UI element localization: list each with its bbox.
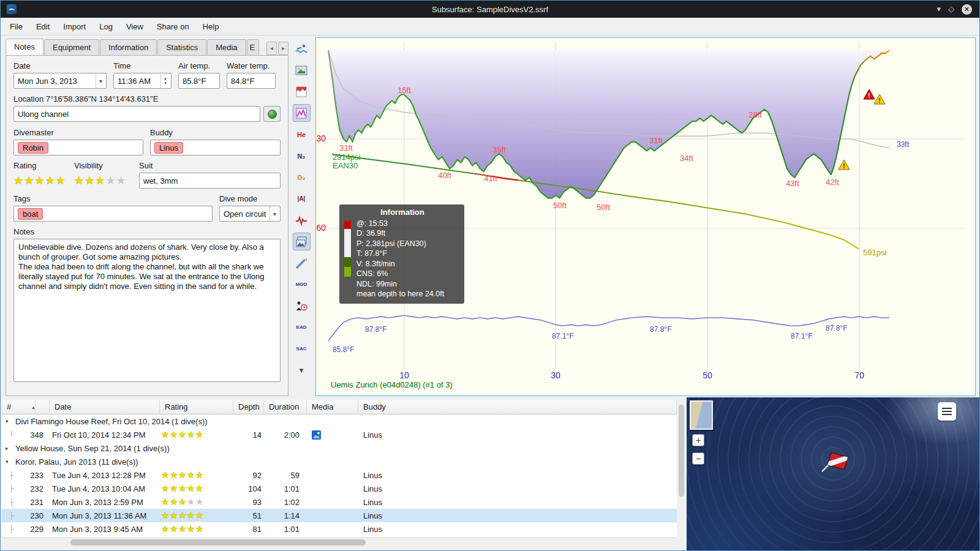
minimize-button[interactable]: ▾ [937, 4, 941, 14]
column-header-duration[interactable]: Duration [264, 400, 307, 414]
tab-e[interactable]: E [247, 39, 259, 55]
scrollbar-thumb[interactable] [70, 539, 366, 545]
rating-stars[interactable]: ★★★★★ [13, 173, 67, 189]
close-button[interactable]: × [962, 4, 972, 15]
menu-import[interactable]: Import [56, 19, 92, 34]
ruler-icon[interactable] [293, 254, 311, 272]
notes-textarea[interactable]: Unbelievable dive. Dozens and dozens of … [13, 239, 281, 382]
svg-text:EAN30: EAN30 [333, 161, 358, 170]
divemaster-field[interactable]: Robin [13, 140, 143, 156]
chevron-down-icon[interactable]: ▾ [6, 459, 14, 465]
pp-he-icon[interactable]: He [293, 126, 311, 143]
dive-row[interactable]: ├231Mon Jun 3, 2013 2:59 PM★★★★★931:02Li… [2, 495, 677, 509]
trip-row[interactable]: ▾Koror, Palau, Jun 2013 (11 dive(s)) [2, 455, 677, 468]
maximize-button[interactable]: ◇ [948, 4, 954, 14]
buddy-field[interactable]: Linus [150, 140, 281, 156]
tab-media[interactable]: Media [207, 39, 246, 55]
tab-scroll-right-icon[interactable]: ▸ [278, 42, 288, 55]
dive-flag-marker-icon[interactable] [820, 449, 852, 483]
globe-icon [268, 110, 277, 119]
collapse-icon[interactable]: ▾ [293, 361, 311, 379]
trip-row[interactable]: ▸Yellow House, Sun Sep 21, 2014 (1 dive(… [2, 441, 677, 455]
column-header-buddy[interactable]: Buddy [358, 400, 677, 414]
buddy-token[interactable]: Linus [154, 142, 183, 154]
dc-ceiling-icon[interactable] [293, 83, 311, 100]
heart-rate-icon[interactable] [293, 211, 311, 229]
suit-field[interactable]: wet, 3mm [139, 173, 281, 189]
tab-statistics[interactable]: Statistics [157, 39, 206, 55]
column-header-media[interactable]: Media [307, 400, 358, 414]
sac-icon[interactable]: SAC [293, 340, 311, 358]
map-overview-inset[interactable] [690, 400, 713, 430]
menu-file[interactable]: File [3, 19, 29, 34]
dive-site-map[interactable]: + − [687, 397, 979, 550]
tooltip-line: mean depth to here 24.0ft [356, 289, 459, 299]
svg-text:!: ! [868, 92, 870, 99]
scrollbar-thumb[interactable] [679, 405, 684, 497]
dive-row[interactable]: ├230Mon Jun 3, 2013 11:36 AM★★★★★511:14L… [2, 509, 677, 522]
deco-time-icon[interactable] [293, 297, 311, 315]
tabbar: NotesEquipmentInformationStatisticsMedia… [6, 39, 288, 55]
dive-row[interactable]: ├232Tue Jun 4, 2013 10:04 AM★★★★★1041:01… [2, 482, 677, 495]
tooltip-line: P: 2,381psi (EAN30) [356, 239, 459, 249]
photos-icon[interactable] [293, 233, 311, 250]
pp-n2-icon[interactable]: N₂ [293, 147, 311, 165]
watertemp-field[interactable]: 84.8°F [227, 73, 276, 89]
tab-notes[interactable]: Notes [6, 39, 43, 55]
map-zoom-in-button[interactable]: + [692, 434, 704, 446]
calc-ceiling-icon[interactable] [293, 104, 311, 122]
column-header-num[interactable]: #▴ [2, 400, 50, 414]
menu-log[interactable]: Log [92, 19, 119, 34]
menu-help[interactable]: Help [196, 19, 226, 34]
map-menu-button[interactable] [938, 402, 956, 421]
tab-scroll-left-icon[interactable]: ◂ [266, 42, 277, 55]
vertical-scrollbar[interactable] [677, 400, 685, 546]
divemode-dropdown[interactable]: Open circuit ▾ [219, 206, 281, 222]
map-zoom-out-button[interactable]: − [692, 452, 704, 465]
tab-equipment[interactable]: Equipment [44, 39, 99, 55]
menu-view[interactable]: View [119, 19, 150, 34]
photo-icon [312, 430, 321, 440]
tooltip-line: CNS: 6% [356, 269, 459, 279]
tree-connector: ├ [9, 485, 18, 492]
tree-connector: ├ [9, 525, 18, 533]
tag-token[interactable]: boat [18, 208, 43, 220]
spinner-arrows-icon[interactable]: ▴▾ [160, 74, 170, 88]
profile-info-tooltip: Information@: 15:53D: 36.9ftP: 2,381psi … [339, 204, 464, 304]
svg-text:50ft: 50ft [597, 203, 610, 212]
svg-text:!: ! [843, 163, 845, 170]
setpoint-icon[interactable]: |A| [293, 190, 311, 208]
time-spinner[interactable]: 11:36 AM ▴▾ [113, 73, 172, 89]
pp-o2-icon[interactable]: O₂ [293, 168, 311, 186]
column-header-rating[interactable]: Rating [160, 400, 233, 414]
horizontal-scrollbar[interactable] [2, 538, 677, 546]
location-globe-button[interactable] [263, 106, 281, 122]
airtemp-field[interactable]: 85.8°F [178, 73, 220, 89]
column-header-date[interactable]: Date [50, 400, 160, 414]
date-label: Date [13, 61, 107, 70]
menu-edit[interactable]: Edit [29, 19, 56, 34]
date-dropdown[interactable]: Mon Jun 3, 2013 ▾ [13, 73, 107, 89]
chevron-right-icon[interactable]: ▸ [6, 445, 14, 451]
dive-row[interactable]: ├229Mon Jun 3, 2013 9:45 AM★★★★★811:01Li… [2, 522, 677, 536]
divemaster-token[interactable]: Robin [18, 142, 48, 154]
tags-field[interactable]: boat [13, 206, 213, 222]
tooltip-line: NDL: 99min [356, 279, 459, 290]
dive-row[interactable]: └348Fri Oct 10, 2014 12:34 PM★★★★★142:00… [2, 428, 677, 441]
tab-information[interactable]: Information [100, 39, 157, 55]
dive-computer-icon[interactable] [293, 40, 311, 58]
mod-icon[interactable]: MOD [293, 276, 311, 293]
show-photo-icon[interactable] [293, 61, 311, 79]
column-header-depth[interactable]: Depth [233, 400, 264, 414]
svg-text:35ft: 35ft [492, 145, 506, 154]
tree-connector: ├ [9, 512, 18, 519]
menu-share-on[interactable]: Share on [150, 19, 196, 34]
location-field[interactable]: Ulong channel [13, 106, 260, 122]
chevron-down-icon[interactable]: ▾ [6, 418, 14, 424]
visibility-stars[interactable]: ★★★★★ [74, 173, 132, 189]
ead-icon[interactable]: EAD [293, 318, 311, 336]
divemaster-label: Divemaster [13, 128, 143, 137]
dive-list-header[interactable]: #▴DateRatingDepthDurationMediaBuddy [2, 400, 677, 414]
dive-row[interactable]: ├233Tue Jun 4, 2013 12:28 PM★★★★★9259Lin… [2, 468, 677, 482]
trip-row[interactable]: ▾Divi Flamingo House Reef, Fri Oct 10, 2… [2, 414, 677, 428]
